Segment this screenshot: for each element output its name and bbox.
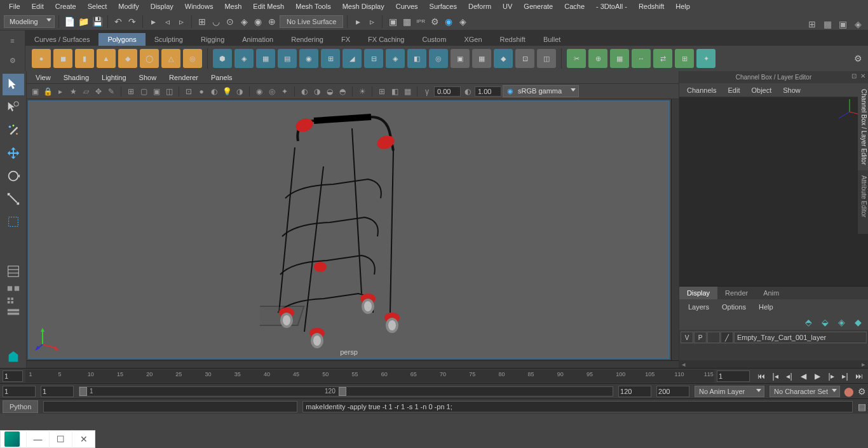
vp-menu-shading[interactable]: Shading [58, 72, 94, 83]
outliner-toggle[interactable] [3, 261, 24, 282]
range-start-handle[interactable] [79, 387, 87, 396]
vp-backface-icon[interactable]: ◧ [389, 86, 400, 97]
separate-button[interactable]: ▤ [278, 49, 297, 68]
vp-wireframe-icon[interactable]: ⊡ [183, 86, 194, 97]
poly-cone-button[interactable]: ▲ [97, 49, 116, 68]
ch-menu-edit[interactable]: Edit [722, 85, 745, 95]
menu-create[interactable]: Create [50, 1, 81, 11]
workspace-layout-button[interactable]: ▣ [836, 18, 849, 31]
poly-sphere-button[interactable]: ● [32, 49, 51, 68]
menu-curves[interactable]: Curves [391, 1, 423, 11]
layer-menu-options[interactable]: Options [717, 302, 751, 312]
vp-menu-view[interactable]: View [31, 72, 56, 83]
time-slider-ruler[interactable]: 1510152025303540455055606570758085909510… [25, 370, 714, 383]
script-editor-button[interactable]: ▤ [855, 400, 868, 413]
crease-button[interactable]: ⊞ [675, 49, 694, 68]
select-tool[interactable] [3, 74, 24, 95]
shelf-tab-redshift[interactable]: Redshift [491, 33, 534, 46]
step-back-frame-button[interactable]: ◂| [783, 370, 796, 382]
target-weld-button[interactable]: ⊕ [588, 49, 607, 68]
vp-grease-pencil-icon[interactable]: ✎ [105, 86, 117, 97]
vp-use-lights-icon[interactable]: 💡 [221, 86, 233, 97]
marketplace-button[interactable]: ▦ [821, 18, 834, 31]
vp-motion-blur-icon[interactable]: ◑ [311, 86, 323, 97]
mirror-button[interactable]: ◧ [407, 49, 426, 68]
vp-dof-icon[interactable]: ◓ [337, 86, 348, 97]
live-surface-field[interactable]: No Live Surface [280, 15, 343, 28]
poly-cube-button[interactable]: ◼ [53, 49, 72, 68]
maya-taskbar-icon[interactable] [4, 431, 20, 447]
menu-edit[interactable]: Edit [27, 1, 49, 11]
new-scene-button[interactable]: 📄 [63, 15, 76, 28]
history-button[interactable]: ▹ [365, 15, 378, 28]
slide-edge-button[interactable]: ↔ [632, 49, 651, 68]
vp-bookmark-icon[interactable]: ★ [67, 86, 79, 97]
menu-mesh-display[interactable]: Mesh Display [337, 1, 390, 11]
ipr-button[interactable]: IPR [414, 15, 427, 28]
vp-image-plane-icon[interactable]: ▱ [80, 86, 92, 97]
layer-hscroll[interactable]: ◂ ▸ [679, 360, 868, 368]
combine-button[interactable]: ▦ [256, 49, 275, 68]
ch-menu-channels[interactable]: Channels [682, 85, 721, 95]
layer-tab-display[interactable]: Display [679, 287, 717, 299]
menu-file[interactable]: File [4, 1, 25, 11]
menu-deform[interactable]: Deform [463, 1, 496, 11]
snap-curve-button[interactable]: ◡ [210, 15, 222, 28]
collapse-button[interactable]: ◆ [494, 49, 513, 68]
character-set-select[interactable]: No Character Set [770, 386, 840, 397]
vp-gamma-field[interactable] [475, 86, 501, 97]
vp-menu-renderer[interactable]: Renderer [164, 72, 203, 83]
vp-wireframe-shaded-icon[interactable]: ⊞ [376, 86, 388, 97]
shelf-tab-sculpting[interactable]: Sculpting [146, 33, 192, 46]
bevel-button[interactable]: ◢ [342, 49, 362, 68]
shelf-tab-xgen[interactable]: XGen [455, 33, 491, 46]
timeline-start-field[interactable] [3, 370, 23, 382]
fill-hole-button[interactable]: ▦ [472, 49, 491, 68]
playback-end-field[interactable] [618, 386, 651, 397]
vp-menu-show[interactable]: Show [134, 72, 162, 83]
save-scene-button[interactable]: 💾 [91, 15, 104, 28]
scroll-left-icon[interactable]: ◂ [682, 360, 686, 369]
bridge-button[interactable]: ⊟ [364, 49, 383, 68]
menu-uv[interactable]: UV [498, 1, 517, 11]
side-tab-channelbox[interactable]: Channel Box / Layer Editor [858, 84, 868, 170]
shelf-tab-custom[interactable]: Custom [414, 33, 456, 46]
extrude-button[interactable]: ⊞ [321, 49, 340, 68]
layer-menu-layers[interactable]: Layers [683, 302, 714, 312]
go-to-end-button[interactable]: ⏭ [853, 370, 865, 382]
four-pane-button[interactable] [3, 295, 24, 305]
menu-surfaces[interactable]: Surfaces [424, 1, 462, 11]
poly-pyramid-button[interactable]: △ [161, 49, 180, 68]
menu-cache[interactable]: Cache [559, 1, 590, 11]
vp-select-camera-icon[interactable]: ▣ [29, 86, 41, 97]
snap-grid-button[interactable]: ⊞ [196, 15, 208, 28]
history-toggle-button[interactable]: ▸ [351, 15, 364, 28]
smooth-button[interactable]: ◈ [386, 49, 405, 68]
menu-edit-mesh[interactable]: Edit Mesh [248, 1, 289, 11]
vp-gamma2-icon[interactable]: ◐ [462, 86, 473, 97]
menu-redshift[interactable]: Redshift [634, 1, 669, 11]
vp-aa-icon[interactable]: ◒ [324, 86, 336, 97]
open-scene-button[interactable]: 📁 [77, 15, 90, 28]
layer-move-up-button[interactable]: ⬘ [802, 317, 815, 327]
viewport-vscroll[interactable] [671, 99, 679, 360]
workspace-control-button[interactable]: ◈ [851, 18, 864, 31]
offset-edge-button[interactable]: ⇄ [653, 49, 672, 68]
layer-color-swatch[interactable]: ╱ [721, 332, 733, 343]
layer-tab-anim[interactable]: Anim [756, 287, 787, 299]
vp-ao-icon[interactable]: ◐ [299, 86, 310, 97]
window-maximize-button[interactable]: ☐ [49, 430, 72, 448]
detach-button[interactable]: ◫ [537, 49, 556, 68]
snap-plane-button[interactable]: ◈ [238, 15, 250, 28]
paint-select-tool[interactable] [3, 119, 24, 141]
vp-film-gate-icon[interactable]: ▢ [138, 86, 149, 97]
hypershade-button[interactable]: ◉ [442, 15, 455, 28]
vp-xray-icon[interactable]: ◎ [266, 86, 278, 97]
svg-button[interactable]: ◈ [234, 49, 254, 68]
vp-gamma-icon[interactable]: γ [421, 86, 433, 97]
ch-menu-show[interactable]: Show [778, 85, 806, 95]
play-forward-button[interactable]: ▶ [811, 370, 824, 382]
viewport-hscroll[interactable] [27, 360, 679, 368]
menu-3dtoall[interactable]: - 3DtoAll - [591, 1, 632, 11]
vp-isolate-select-icon[interactable]: ◉ [254, 86, 265, 97]
